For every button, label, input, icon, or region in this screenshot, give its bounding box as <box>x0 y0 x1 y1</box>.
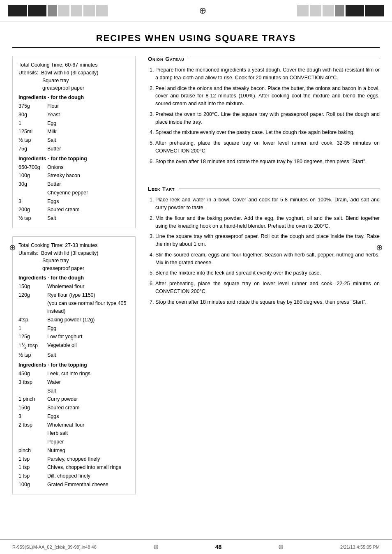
section1-recipe-title: Onion Gateau <box>148 56 184 62</box>
left-compass-icon: ⊕ <box>9 242 16 252</box>
section2-utensils-line3: greaseproof paper <box>42 265 129 272</box>
section1-cooking-time: Total Cooking Time: 60-67 minutes <box>18 61 129 69</box>
section2-steps: Place leek and water in a bowl. Cover an… <box>148 196 380 306</box>
section1-title-row: Onion Gateau <box>148 56 380 62</box>
header-block <box>28 5 46 16</box>
list-item: Mix the flour and the baking powder. Add… <box>155 215 380 230</box>
table-row: 375gFlour <box>18 102 129 111</box>
table-row: 100gGrated Emmenthal cheese <box>18 480 129 489</box>
table-row: Pepper <box>18 438 129 446</box>
header-block <box>323 5 334 16</box>
footer-right: 2/21/13 4:55:05 PM <box>340 545 380 549</box>
header-block <box>96 5 108 16</box>
footer-center: 48 <box>215 544 222 550</box>
table-row: 1 tspDill, chopped finely <box>18 472 129 480</box>
header-block <box>335 5 344 16</box>
table-row: 100gStreaky bacon <box>18 171 129 180</box>
section1-topping-label: Ingredients - for the topping <box>18 156 129 162</box>
list-item: Place leek and water in a bowl. Cover an… <box>155 196 380 212</box>
section1-utensils-line3: greaseproof paper <box>42 84 129 92</box>
table-row: pinchNutmeg <box>18 446 129 455</box>
table-row: (you can use normal flour type 405 inste… <box>18 299 129 316</box>
header-bar: ⊕ <box>0 0 392 21</box>
table-row: 1 pinchCurry powder <box>18 395 129 404</box>
section2-topping-label: Ingredients - for the topping <box>18 362 129 368</box>
header-left-blocks <box>8 5 108 16</box>
list-item: Stir the soured cream, eggs and flour to… <box>155 251 380 267</box>
section1-right-recipe: Onion Gateau Prepare from the mentioned … <box>148 56 380 165</box>
header-block <box>83 5 95 16</box>
table-row: Herb salt <box>18 429 129 438</box>
list-item: Peel and dice the onions and the streaky… <box>155 85 380 108</box>
table-row: Salt <box>18 387 129 395</box>
page-title: Recipes When Using Square Trays <box>12 25 380 48</box>
section1-title-line <box>189 59 380 59</box>
section2-right-recipe: Leek Tart Place leek and water in a bowl… <box>148 186 380 306</box>
footer-left: R-959(SL)M-AA_02_[ckbk_39-98].in48 48 <box>12 545 97 549</box>
table-row: 200gSoured cream <box>18 205 129 214</box>
footer-icon2: ⊕ <box>278 543 284 551</box>
table-row: ½ tspSalt <box>18 214 129 223</box>
table-row: 4tspBaking powder (12g) <box>18 316 129 324</box>
footer: R-959(SL)M-AA_02_[ckbk_39-98].in48 48 ⊕ … <box>0 539 392 554</box>
section2-dough-table: 150gWholemeal flour 120gRye flour (type … <box>18 282 129 360</box>
section1-steps: Prepare from the mentioned ingredients a… <box>148 66 380 165</box>
table-row: 2 tbspWholemeal flour <box>18 421 129 429</box>
table-row: 30gButter <box>18 180 129 189</box>
list-item: After preheating, place the square tray … <box>155 139 380 155</box>
section1-dough-table: 375gFlour 30gYeast 1Egg 125mlMilk ½ tspS… <box>18 102 129 153</box>
main-content: Total Cooking Time: 60-67 minutes Utensi… <box>0 56 392 503</box>
list-item: Line the square tray with greaseproof pa… <box>155 233 380 248</box>
table-row: ½ tspSalt <box>18 136 129 145</box>
section2-utensils-line2: Square tray <box>42 257 129 265</box>
header-block <box>71 5 82 16</box>
table-row: 30gYeast <box>18 111 129 119</box>
table-row: 650-700gOnions <box>18 163 129 172</box>
table-row: 450gLeek, cut into rings <box>18 369 129 378</box>
header-right-blocks <box>297 5 384 16</box>
section2-left-recipe: Total Cooking Time: 27-33 minutes Utensi… <box>12 236 136 494</box>
list-item: Spread the mixture evenly over the pastr… <box>155 129 380 136</box>
section2-cooking-time: Total Cooking Time: 27-33 minutes <box>18 242 129 249</box>
left-column: Total Cooking Time: 60-67 minutes Utensi… <box>12 56 136 503</box>
table-row: 125gLow fat yoghurt <box>18 332 129 341</box>
header-block <box>8 5 27 16</box>
section2-utensils-line1: Utensils: Bowl with lid (3l capacity) <box>18 249 129 257</box>
section2-title-row: Leek Tart <box>148 186 380 192</box>
table-row: 3 tbspWater <box>18 378 129 387</box>
table-row: 3Eggs <box>18 197 129 206</box>
section1-topping-table: 650-700gOnions 100gStreaky bacon 30gButt… <box>18 163 129 223</box>
table-row: 1Egg <box>18 119 129 128</box>
header-block <box>310 5 321 16</box>
list-item: Blend the mixture into the leek and spre… <box>155 269 380 277</box>
table-row: 75gButter <box>18 145 129 153</box>
section2-title-line <box>179 189 380 189</box>
list-item: Prepare from the mentioned ingredients a… <box>155 66 380 82</box>
header-block <box>58 5 69 16</box>
section1-dough-label: Ingredients - for the dough <box>18 95 129 100</box>
right-compass-icon: ⊕ <box>376 242 383 252</box>
table-row: 3Eggs <box>18 412 129 421</box>
header-block <box>48 5 57 16</box>
section1-utensils-line1: Utensils: Bowl with lid (3l capacity) <box>18 69 129 77</box>
table-row: 150gSoured cream <box>18 404 129 412</box>
header-block <box>346 5 364 16</box>
header-center-icon: ⊕ <box>199 5 206 16</box>
table-row: 1 tspParsley, chopped finely <box>18 455 129 464</box>
footer-icon: ⊕ <box>153 543 159 551</box>
section2-topping-table: 450gLeek, cut into rings 3 tbspWater Sal… <box>18 369 129 489</box>
list-item: Preheat the oven to 200°C. Line the squa… <box>155 111 380 126</box>
header-block <box>365 5 384 16</box>
list-item: After preheating, place the square tray … <box>155 280 380 295</box>
table-row: ½ tspSalt <box>18 351 129 360</box>
section-divider <box>148 178 380 186</box>
table-row: 1 tspChives, chopped into small rings <box>18 463 129 472</box>
table-row: 125mlMilk <box>18 127 129 136</box>
table-row: 120gRye flour (type 1150) <box>18 291 129 300</box>
section1-utensils-line2: Square tray <box>42 77 129 85</box>
header-block <box>297 5 309 16</box>
right-column: Onion Gateau Prepare from the mentioned … <box>148 56 380 503</box>
section2-cooking-info: Total Cooking Time: 27-33 minutes Utensi… <box>18 242 129 272</box>
list-item: Stop the oven after 18 minutes and rotat… <box>155 158 380 166</box>
list-item: Stop the oven after 18 minutes and rotat… <box>155 298 380 306</box>
